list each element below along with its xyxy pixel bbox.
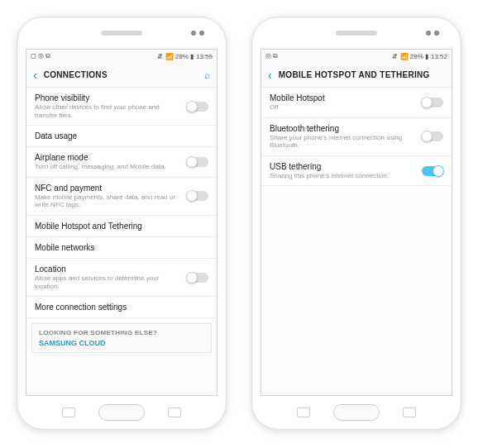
toggle-usb-tethering[interactable] bbox=[422, 166, 443, 176]
toggle-airplane[interactable] bbox=[187, 157, 208, 167]
row-sub: Turn off calling, messaging, and Mobile … bbox=[35, 163, 180, 171]
sensor-dots bbox=[191, 31, 204, 36]
row-nfc-payment[interactable]: NFC and payment Make mobile payments, sh… bbox=[26, 178, 217, 216]
home-button[interactable] bbox=[333, 404, 380, 421]
row-mobile-hotspot[interactable]: Mobile Hotspot Off bbox=[261, 88, 452, 118]
row-sub: Off bbox=[270, 103, 415, 112]
phone-bottom bbox=[17, 396, 226, 429]
row-data-usage[interactable]: Data usage bbox=[26, 126, 217, 147]
toggle-nfc[interactable] bbox=[187, 191, 208, 201]
back-key[interactable] bbox=[168, 407, 181, 417]
status-left: ◻ ◎ ⧉ bbox=[31, 52, 50, 60]
row-title: Location bbox=[35, 265, 180, 274]
footer-link[interactable]: SAMSUNG CLOUD bbox=[39, 339, 204, 347]
row-mobile-networks[interactable]: Mobile networks bbox=[26, 237, 217, 259]
page-title: MOBILE HOTSPOT AND TETHERING bbox=[279, 70, 445, 79]
row-phone-visibility[interactable]: Phone visibility Allow other devices to … bbox=[26, 88, 217, 126]
settings-list[interactable]: Mobile Hotspot Off Bluetooth tethering S… bbox=[261, 88, 452, 395]
row-airplane-mode[interactable]: Airplane mode Turn off calling, messagin… bbox=[26, 147, 217, 178]
footer-title: LOOKING FOR SOMETHING ELSE? bbox=[39, 329, 204, 336]
header: ‹ MOBILE HOTSPOT AND TETHERING bbox=[261, 63, 452, 88]
row-hotspot-tethering[interactable]: Mobile Hotspot and Tethering bbox=[26, 216, 217, 237]
home-button[interactable] bbox=[98, 404, 145, 421]
row-sub: Make mobile payments, share data, and re… bbox=[35, 193, 180, 209]
status-signal: ⇵ 📶 28% ▮ bbox=[392, 53, 428, 60]
back-icon[interactable]: ‹ bbox=[33, 69, 37, 82]
header: ‹ CONNECTIONS ⌕ bbox=[26, 63, 217, 88]
phone-right: ◎ ⧉ ⇵ 📶 28% ▮ 13:52 ‹ MOBILE HOTSPOT AND… bbox=[251, 17, 461, 430]
page-title: CONNECTIONS bbox=[44, 70, 198, 79]
status-signal: ⇵ 📶 28% ▮ bbox=[157, 53, 194, 60]
phone-bottom bbox=[252, 396, 461, 429]
status-time: 13:52 bbox=[431, 53, 447, 60]
row-sub: Sharing this phone's internet connection… bbox=[270, 172, 415, 180]
row-location[interactable]: Location Allow apps and services to dete… bbox=[26, 259, 217, 297]
row-title: Mobile networks bbox=[35, 243, 208, 252]
toggle-phone-visibility[interactable] bbox=[187, 102, 208, 112]
row-more-settings[interactable]: More connection settings bbox=[26, 297, 217, 318]
row-title: Phone visibility bbox=[35, 93, 180, 102]
search-icon[interactable]: ⌕ bbox=[204, 69, 210, 81]
speaker bbox=[336, 31, 377, 36]
row-sub: Share your phone's internet connection u… bbox=[270, 134, 415, 150]
status-bar: ◻ ◎ ⧉ ⇵ 📶 28% ▮ 13:59 bbox=[26, 50, 217, 63]
screen-left: ◻ ◎ ⧉ ⇵ 📶 28% ▮ 13:59 ‹ CONNECTIONS ⌕ Ph… bbox=[26, 49, 217, 396]
phone-top bbox=[17, 17, 226, 49]
row-sub: Allow other devices to find your phone a… bbox=[35, 103, 180, 119]
status-time: 13:59 bbox=[196, 53, 213, 60]
footer-card: LOOKING FOR SOMETHING ELSE? SAMSUNG CLOU… bbox=[31, 323, 212, 353]
row-title: More connection settings bbox=[35, 303, 208, 312]
row-usb-tethering[interactable]: USB tethering Sharing this phone's inter… bbox=[261, 156, 452, 187]
sensor-dots bbox=[426, 31, 439, 36]
toggle-mobile-hotspot[interactable] bbox=[422, 98, 443, 107]
back-key[interactable] bbox=[403, 407, 416, 417]
phone-top bbox=[252, 17, 461, 49]
row-title: Bluetooth tethering bbox=[270, 124, 415, 133]
row-title: Data usage bbox=[35, 131, 208, 141]
back-icon[interactable]: ‹ bbox=[268, 69, 272, 82]
speaker bbox=[101, 31, 142, 36]
row-title: Mobile Hotspot bbox=[270, 93, 415, 102]
recent-key[interactable] bbox=[62, 407, 75, 417]
row-title: NFC and payment bbox=[35, 183, 180, 193]
screen-right: ◎ ⧉ ⇵ 📶 28% ▮ 13:52 ‹ MOBILE HOTSPOT AND… bbox=[261, 49, 452, 396]
row-bluetooth-tethering[interactable]: Bluetooth tethering Share your phone's i… bbox=[261, 118, 452, 156]
status-bar: ◎ ⧉ ⇵ 📶 28% ▮ 13:52 bbox=[261, 50, 452, 63]
row-sub: Allow apps and services to determine you… bbox=[35, 274, 180, 290]
row-title: Mobile Hotspot and Tethering bbox=[35, 222, 208, 231]
settings-list[interactable]: Phone visibility Allow other devices to … bbox=[26, 88, 217, 395]
row-title: USB tethering bbox=[270, 162, 415, 171]
recent-key[interactable] bbox=[297, 407, 310, 417]
status-left: ◎ ⧉ bbox=[265, 52, 278, 60]
toggle-bluetooth-tethering[interactable] bbox=[422, 131, 443, 141]
row-title: Airplane mode bbox=[35, 153, 180, 162]
toggle-location[interactable] bbox=[187, 273, 208, 283]
phone-left: ◻ ◎ ⧉ ⇵ 📶 28% ▮ 13:59 ‹ CONNECTIONS ⌕ Ph… bbox=[17, 17, 227, 430]
